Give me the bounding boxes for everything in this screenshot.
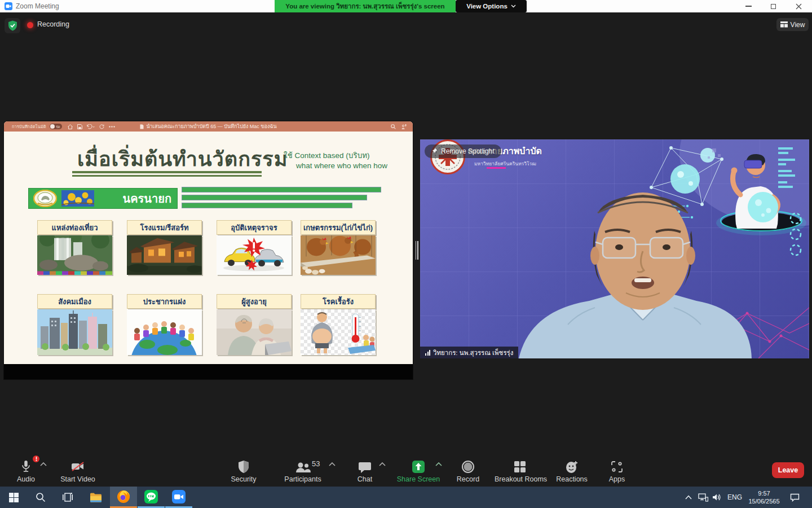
taskbar-time: 9:57 — [758, 489, 770, 497]
apps-icon — [610, 460, 624, 474]
view-layout-label: View — [791, 21, 805, 29]
autosave-label: การบันทึกอัตโนมัติ — [12, 123, 46, 130]
network-icon[interactable] — [696, 487, 710, 508]
card-label-hotel: โรงแรม/รีสอร์ท — [127, 220, 202, 235]
share-screen-button[interactable]: Share Screen — [395, 454, 442, 487]
leave-button[interactable]: Leave — [772, 462, 804, 478]
participants-icon — [295, 461, 311, 474]
zoom-app-icon — [172, 490, 186, 503]
restore-button[interactable] — [761, 0, 785, 12]
share-screen-icon — [412, 460, 425, 474]
line-taskbar-button[interactable] — [138, 487, 165, 508]
task-view-button[interactable] — [54, 487, 81, 508]
audio-label: Audio — [9, 475, 43, 483]
home-icon[interactable] — [68, 124, 73, 129]
chat-button[interactable]: Chat — [350, 454, 380, 487]
chat-label: Chat — [350, 475, 380, 483]
card-label-urban: สังคมเมือง — [37, 294, 112, 309]
file-explorer-button[interactable] — [82, 487, 109, 508]
context-line1: ใช้ Context based (บริบท) — [284, 151, 387, 161]
undo-icon[interactable] — [87, 124, 95, 129]
search-icon[interactable] — [391, 124, 396, 129]
redacted-line — [182, 187, 381, 192]
save-icon[interactable] — [77, 124, 82, 129]
participants-label: Participants — [280, 475, 325, 483]
remove-spotlight-button[interactable]: Remove Spotlight — [425, 144, 501, 158]
viewing-banner: You are viewing วิทยากร: นพ.สุวรรณ เพ็ชร… — [275, 0, 456, 12]
taskbar-search-button[interactable] — [27, 487, 54, 508]
file-explorer-icon — [90, 492, 102, 502]
record-label: Record — [451, 475, 485, 483]
autosave-toggle[interactable]: ปิด — [50, 124, 62, 129]
redacted-line — [182, 203, 352, 208]
taskbar-clock[interactable]: 9:57 15/06/2565 — [747, 487, 782, 508]
window-titlebar: Zoom Meeting You are viewing วิทยากร: นพ… — [0, 0, 812, 12]
close-button[interactable] — [786, 0, 811, 12]
card-label-tourism: แหล่งท่องเที่ยว — [37, 220, 112, 235]
minimize-button[interactable] — [736, 0, 761, 12]
speaker-portrait — [516, 172, 753, 358]
card-label-population: ประชากรแฝง — [127, 294, 202, 309]
start-video-button[interactable]: Start Video — [55, 454, 100, 487]
chat-bubble-icon — [358, 461, 372, 474]
waterfall-image — [37, 235, 112, 275]
video-off-icon — [70, 460, 85, 474]
breakout-rooms-label: Breakout Rooms — [495, 475, 545, 483]
slide-title: เมื่อเริ่มต้นทำนวัตกรรม — [77, 143, 288, 175]
volume-icon[interactable] — [709, 487, 724, 508]
record-button[interactable]: Record — [451, 454, 485, 487]
ppt-doc-title: นำเสนอคณะกายภาพบำบัดปี 65 — บันทึกไปยัง … — [146, 122, 276, 130]
tray-hidden-icons-button[interactable] — [681, 487, 696, 508]
audio-options-chevron[interactable] — [40, 462, 47, 466]
view-options-label: View Options — [466, 3, 508, 10]
view-options-button[interactable]: View Options — [456, 0, 527, 12]
more-icon[interactable] — [109, 126, 115, 128]
car-accident-image — [217, 235, 292, 275]
security-shield-button[interactable] — [5, 18, 20, 33]
share-screen-label: Share Screen — [395, 475, 442, 483]
zoom-taskbar-button[interactable] — [165, 487, 192, 508]
language-indicator[interactable]: ENG — [724, 487, 745, 508]
meeting-stage: Recording View การบันทึกอัตโนมัติ ปิด นำ — [0, 12, 812, 487]
breakout-rooms-button[interactable]: Breakout Rooms — [495, 454, 545, 487]
ppt-titlebar: การบันทึกอัตโนมัติ ปิด นำเสนอคณะกายภาพบำ… — [4, 121, 413, 132]
city-skyline-image — [37, 309, 112, 355]
task-view-icon — [63, 493, 73, 502]
share-options-chevron[interactable] — [435, 462, 442, 466]
faculty-accent-bar — [487, 167, 506, 169]
security-label: Security — [226, 475, 262, 483]
audio-level-icon — [425, 350, 430, 356]
windows-taskbar: ENG 9:57 15/06/2565 — [0, 487, 812, 508]
apps-button[interactable]: Apps — [602, 454, 632, 487]
chronic-disease-image — [301, 309, 376, 355]
chat-options-chevron[interactable] — [379, 462, 386, 466]
shared-presentation-window: การบันทึกอัตโนมัติ ปิด นำเสนอคณะกายภาพบำ… — [4, 121, 413, 379]
share-icon[interactable] — [401, 124, 407, 129]
breakout-rooms-icon — [513, 460, 527, 474]
view-layout-button[interactable]: View — [776, 18, 809, 31]
speaker-video-tile: คณะกายภาพบำบัด มหาวิทยาลัยศรีนครินทรวิโร… — [420, 139, 809, 358]
firefox-icon — [117, 490, 130, 503]
participants-options-chevron[interactable] — [329, 462, 336, 466]
poultry-farm-image — [301, 235, 376, 275]
card-label-chronic: โรคเรื้อรัง — [301, 294, 376, 309]
yellow-flower-photo — [61, 190, 94, 207]
meeting-toolbar: Audio Start Video — [0, 454, 812, 487]
pin-icon — [431, 148, 438, 155]
firefox-taskbar-button[interactable] — [110, 487, 137, 508]
context-line2: what where who when how — [284, 161, 387, 171]
security-button[interactable]: Security — [226, 454, 262, 487]
title-underline-2 — [72, 175, 262, 177]
reactions-button[interactable]: Reactions — [553, 454, 590, 487]
panel-resize-handle[interactable] — [414, 241, 419, 260]
start-button[interactable] — [0, 487, 27, 508]
redo-icon[interactable] — [99, 124, 104, 129]
action-center-button[interactable] — [786, 487, 803, 508]
redacted-line — [182, 195, 367, 200]
ppt-bottom-bar — [4, 364, 413, 379]
document-icon — [140, 124, 144, 129]
slide-canvas: เมื่อเริ่มต้นทำนวัตกรรม ใช้ Context base… — [4, 132, 413, 364]
line-app-icon — [144, 490, 158, 503]
recording-indicator-icon — [27, 22, 33, 28]
audio-button[interactable]: Audio — [9, 454, 43, 487]
